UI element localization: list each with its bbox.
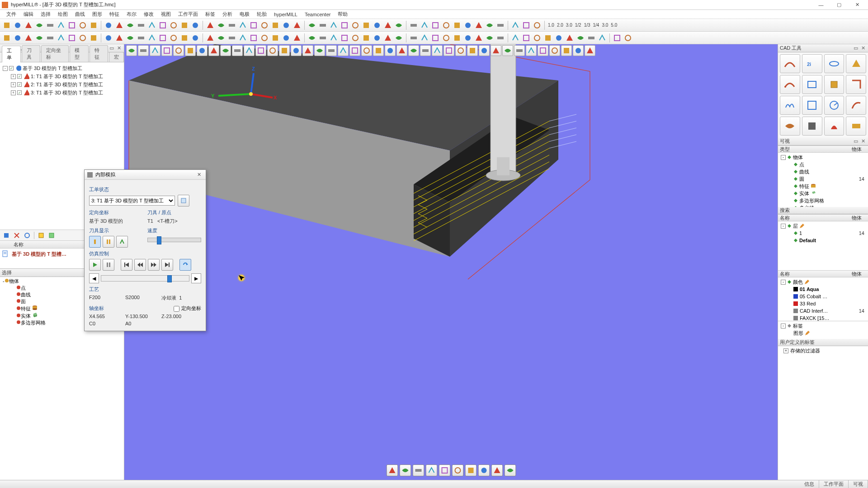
menu-hyperMILL[interactable]: hyperMILL (270, 11, 301, 18)
tab-刀具[interactable]: 刀具 (22, 45, 41, 62)
view-top-btn-30[interactable] (479, 45, 490, 56)
tb1-btn-12[interactable] (136, 20, 146, 30)
tree-node[interactable]: 圆14 (779, 175, 867, 183)
tb2-btn-46[interactable] (521, 33, 531, 43)
ts-btn-3[interactable] (23, 231, 32, 240)
view-bottom-btn-9[interactable] (504, 465, 516, 476)
tb2-btn-36[interactable] (409, 33, 419, 43)
cad-tool-1[interactable]: 2i (802, 54, 822, 73)
tree-node[interactable]: +✓1: T1 基于 3D 模型的 T 型槽加工 (1, 72, 123, 80)
cad-tool-3[interactable] (846, 54, 866, 73)
view-bottom-btn-0[interactable] (386, 465, 398, 476)
tb1-btn-1[interactable] (13, 20, 23, 30)
tree-node[interactable]: CAD Interf…14 (779, 307, 867, 314)
cad-tool-12[interactable] (780, 117, 800, 136)
tree-node[interactable]: 33 Red (779, 300, 867, 307)
tree-node[interactable]: 01 Aqua (779, 286, 867, 293)
tree-node[interactable]: 多边形网格 (779, 197, 867, 204)
tb2-btn-38[interactable] (430, 33, 440, 43)
tb2-btn-27[interactable] (307, 33, 317, 43)
tb1-btn-38[interactable] (430, 20, 440, 30)
panel-float-icon[interactable]: ▭ (853, 45, 859, 52)
tree-node[interactable]: -✓基于 3D 模型的 T 型槽加工 (1, 64, 123, 72)
cad-tool-10[interactable] (824, 96, 844, 115)
speed-slider[interactable] (147, 238, 201, 242)
tb1-btn-10[interactable] (114, 20, 124, 30)
tb2-btn-4[interactable] (45, 33, 55, 43)
menu-特征[interactable]: 特征 (106, 10, 123, 19)
tb1-btn-17[interactable] (190, 20, 200, 30)
view-top-btn-28[interactable] (455, 45, 466, 56)
tb1-btn-20[interactable] (227, 20, 237, 30)
tb2-btn-50[interactable] (565, 33, 575, 43)
tb2-btn-21[interactable] (238, 33, 248, 43)
tb2-btn-7[interactable] (78, 33, 88, 43)
rewind-button[interactable] (134, 259, 146, 271)
tree-node[interactable]: +✓2: T1 基于 3D 模型的 T 型槽加工 (1, 80, 123, 89)
view-top-btn-9[interactable] (232, 45, 243, 56)
tree-node[interactable]: Default (779, 237, 867, 244)
tb2-btn-3[interactable] (34, 33, 44, 43)
tb2-btn-52[interactable] (586, 33, 596, 43)
ts-btn-4[interactable] (37, 231, 46, 240)
status-tab-信息[interactable]: 信息 (800, 480, 819, 488)
view-top-btn-34[interactable] (526, 45, 537, 56)
menu-编辑[interactable]: 编辑 (20, 10, 37, 19)
tb1-btn-3[interactable] (34, 20, 44, 30)
tb2-btn-30[interactable] (340, 33, 349, 43)
tab-特征[interactable]: 特征 (90, 45, 108, 62)
tb1-btn-26[interactable] (292, 20, 302, 30)
view-top-btn-33[interactable] (514, 45, 525, 56)
tb2-btn-48[interactable] (543, 33, 553, 43)
tb1-btn-30[interactable] (340, 20, 349, 30)
tb2-btn-49[interactable] (554, 33, 564, 43)
view-top-btn-3[interactable] (161, 45, 172, 56)
tb1-btn-8[interactable] (89, 20, 99, 30)
menu-布尔[interactable]: 布尔 (123, 10, 140, 19)
tree-node[interactable]: +✓3: T1 基于 3D 模型的 T 型槽加工 (1, 89, 123, 97)
ts-btn-1[interactable] (2, 231, 11, 240)
tb1-btn-18[interactable] (205, 20, 215, 30)
tb1-btn-41[interactable] (463, 20, 473, 30)
view-top-btn-7[interactable] (208, 45, 219, 56)
tb2-btn-28[interactable] (318, 33, 328, 43)
tree-node[interactable]: -标签 (779, 322, 867, 329)
view-top-btn-31[interactable] (491, 45, 501, 56)
tb1-btn-42[interactable] (474, 20, 484, 30)
tree-node[interactable]: 图形 (779, 329, 867, 337)
tb1-btn-35[interactable] (394, 20, 404, 30)
tb1-btn-28[interactable] (318, 20, 328, 30)
tb1-btn-34[interactable] (383, 20, 393, 30)
tb2-btn-54[interactable] (612, 33, 622, 43)
menu-工作平面[interactable]: 工作平面 (175, 10, 202, 19)
view-top-btn-19[interactable] (349, 45, 360, 56)
tree-node[interactable]: 特征 (779, 183, 867, 190)
tree-node[interactable]: -物体 (779, 154, 867, 161)
ts-btn-5[interactable] (47, 231, 56, 240)
tb2-btn-23[interactable] (259, 33, 269, 43)
tb1-btn-25[interactable] (281, 20, 291, 30)
play-button[interactable] (89, 259, 101, 271)
view-top-btn-25[interactable] (420, 45, 431, 56)
tb2-btn-35[interactable] (394, 33, 404, 43)
tree-check[interactable]: ✓ (17, 90, 22, 95)
tab-模型[interactable]: 模型 (70, 45, 89, 62)
tb2-btn-37[interactable] (420, 33, 429, 43)
cad-tool-15[interactable] (846, 117, 866, 136)
disp-mode-1[interactable] (89, 236, 101, 248)
menu-轮胎[interactable]: 轮胎 (253, 10, 270, 19)
panel-float-icon[interactable]: ▭ (853, 138, 859, 145)
tb2-btn-33[interactable] (372, 33, 382, 43)
tree-node[interactable]: -颜色 (779, 278, 867, 286)
progress-slider[interactable] (101, 275, 189, 282)
menu-文件[interactable]: 文件 (3, 10, 20, 19)
orient-coord-checkbox[interactable]: 定向坐标 (174, 305, 201, 312)
pause-button[interactable] (103, 259, 114, 271)
view-bottom-btn-8[interactable] (491, 465, 503, 476)
tb1-btn-32[interactable] (361, 20, 371, 30)
cad-tool-14[interactable] (824, 117, 844, 136)
tree-node[interactable]: 实体 (779, 190, 867, 197)
cad-tool-2[interactable] (824, 54, 844, 73)
menu-曲线[interactable]: 曲线 (71, 10, 89, 19)
menu-视图[interactable]: 视图 (157, 10, 175, 19)
